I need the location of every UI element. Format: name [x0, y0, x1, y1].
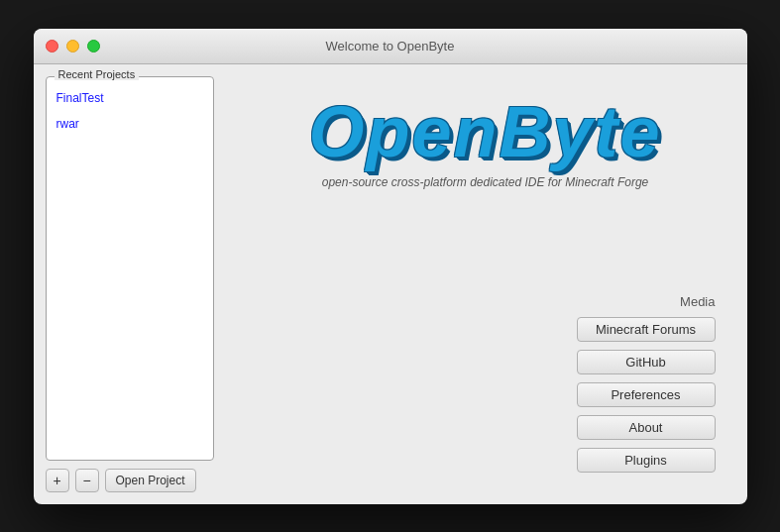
left-buttons: + − Open Project [46, 469, 214, 492]
open-project-button[interactable]: Open Project [105, 469, 196, 492]
plugins-button[interactable]: Plugins [577, 448, 716, 473]
remove-project-button[interactable]: − [75, 469, 99, 492]
window-controls [46, 40, 100, 53]
window-title: Welcome to OpenByte [326, 39, 455, 53]
main-window: Welcome to OpenByte Recent Projects Fina… [34, 29, 747, 504]
tagline: open-source cross-platform dedicated IDE… [322, 175, 648, 189]
add-project-button[interactable]: + [46, 469, 69, 492]
recent-projects-box: Recent Projects FinalTest rwar [46, 76, 214, 461]
minecraft-forums-button[interactable]: Minecraft Forums [577, 317, 716, 342]
left-panel: Recent Projects FinalTest rwar + − Open … [46, 76, 214, 492]
minimize-button[interactable] [66, 40, 79, 53]
about-button[interactable]: About [577, 415, 716, 440]
media-section: Media Minecraft Forums GitHub Preference… [246, 294, 725, 473]
close-button[interactable] [46, 40, 58, 53]
logo-text: OpenByte [308, 96, 661, 167]
maximize-button[interactable] [87, 40, 100, 53]
titlebar: Welcome to OpenByte [34, 29, 747, 64]
content-area: Recent Projects FinalTest rwar + − Open … [34, 64, 747, 504]
logo-section: OpenByte open-source cross-platform dedi… [308, 96, 661, 189]
project-item-finaltest[interactable]: FinalTest [51, 89, 209, 107]
github-button[interactable]: GitHub [577, 350, 716, 374]
project-item-rwar[interactable]: rwar [51, 115, 209, 133]
media-label: Media [680, 294, 715, 309]
preferences-button[interactable]: Preferences [577, 382, 716, 407]
recent-projects-label: Recent Projects [55, 68, 140, 80]
right-panel: OpenByte open-source cross-platform dedi… [226, 76, 735, 492]
